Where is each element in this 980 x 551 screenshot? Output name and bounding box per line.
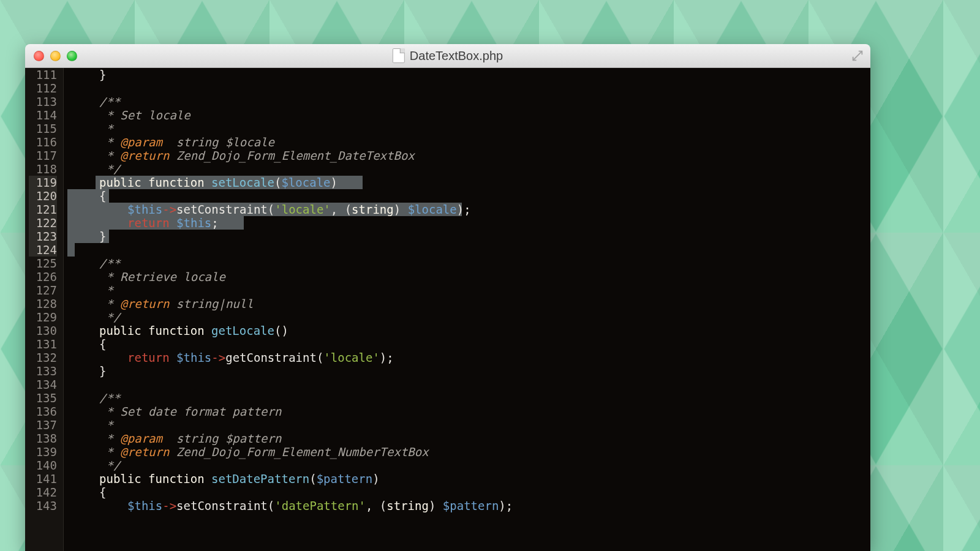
file-icon [393,48,405,63]
line-number: 135 [29,391,57,405]
line-number: 120 [29,189,57,203]
code-line[interactable]: * Retrieve locale [64,270,870,283]
code-line[interactable]: { [64,189,870,203]
line-number: 112 [29,81,57,95]
window-controls [34,51,77,61]
code-editor[interactable]: 1111121131141151161171181191201211221231… [25,68,870,551]
line-number: 125 [29,257,57,270]
code-line[interactable]: } [64,230,870,243]
line-number: 121 [29,203,57,216]
code-line[interactable]: * @return Zend_Dojo_Form_Element_NumberT… [64,445,870,459]
code-line[interactable]: } [64,68,870,81]
line-number: 137 [29,418,57,432]
code-line[interactable]: */ [64,459,870,472]
line-number: 143 [29,499,57,512]
code-line[interactable] [64,378,870,391]
code-line[interactable]: public function setLocale($locale) [64,176,870,189]
code-line[interactable]: $this->setConstraint('datePattern', (str… [64,499,870,512]
code-line[interactable]: * Set locale [64,108,870,122]
code-line[interactable]: * [64,283,870,297]
editor-window: DateTextBox.php 111112113114115116117118… [25,44,870,551]
line-number-gutter: 1111121131141151161171181191201211221231… [25,68,64,551]
line-number: 136 [29,405,57,418]
line-number: 115 [29,122,57,135]
line-number: 140 [29,459,57,472]
line-number: 141 [29,472,57,485]
window-title-text: DateTextBox.php [410,49,503,63]
line-number: 111 [29,68,57,81]
code-line[interactable]: * @param string $locale [64,135,870,149]
line-number: 117 [29,149,57,162]
line-number: 132 [29,351,57,364]
line-number: 123 [29,230,57,243]
line-number: 113 [29,95,57,108]
code-line[interactable]: $this->setConstraint('locale', (string) … [64,203,870,216]
code-line[interactable] [64,243,870,257]
close-button[interactable] [34,51,44,61]
code-line[interactable]: /** [64,391,870,405]
selection-highlight [67,243,75,257]
code-line[interactable]: * @return string|null [64,297,870,310]
line-number: 129 [29,310,57,324]
zoom-button[interactable] [67,51,77,61]
line-number: 119 [29,176,57,189]
fullscreen-icon[interactable] [851,49,864,62]
titlebar[interactable]: DateTextBox.php [25,44,870,68]
code-line[interactable]: /** [64,95,870,108]
code-line[interactable]: return $this->getConstraint('locale'); [64,351,870,364]
code-line[interactable]: } [64,364,870,378]
line-number: 128 [29,297,57,310]
line-number: 130 [29,324,57,337]
code-line[interactable]: { [64,485,870,499]
line-number: 134 [29,378,57,391]
code-line[interactable]: * [64,418,870,432]
code-line[interactable]: */ [64,310,870,324]
line-number: 118 [29,162,57,176]
code-line[interactable]: * @return Zend_Dojo_Form_Element_DateTex… [64,149,870,162]
line-number: 126 [29,270,57,283]
code-line[interactable]: /** [64,257,870,270]
code-line[interactable] [64,81,870,95]
line-number: 127 [29,283,57,297]
line-number: 124 [29,243,57,257]
code-area[interactable]: }/** * Set locale * * @param string $loc… [64,68,870,551]
code-line[interactable]: * @param string $pattern [64,432,870,445]
line-number: 139 [29,445,57,459]
window-title: DateTextBox.php [393,48,503,63]
code-line[interactable]: public function getLocale() [64,324,870,337]
minimize-button[interactable] [50,51,61,61]
code-line[interactable]: public function setDatePattern($pattern) [64,472,870,485]
code-line[interactable]: * [64,122,870,135]
line-number: 133 [29,364,57,378]
code-line[interactable]: */ [64,162,870,176]
line-number: 116 [29,135,57,149]
code-line[interactable]: * Set date format pattern [64,405,870,418]
line-number: 131 [29,337,57,351]
line-number: 138 [29,432,57,445]
code-line[interactable]: return $this; [64,216,870,230]
code-line[interactable]: { [64,337,870,351]
line-number: 142 [29,485,57,499]
line-number: 114 [29,108,57,122]
line-number: 122 [29,216,57,230]
